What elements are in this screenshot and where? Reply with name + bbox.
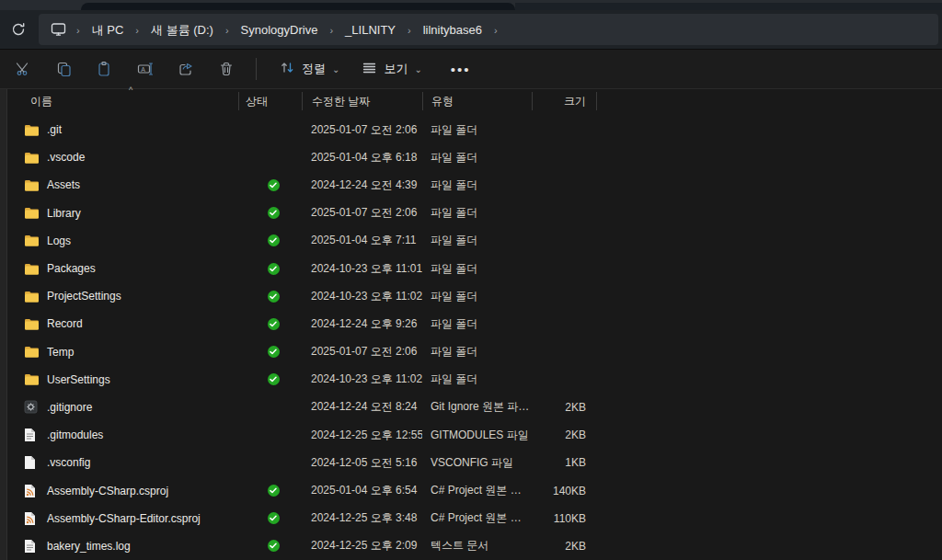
breadcrumb-item[interactable]: _LILNITY [339, 19, 401, 40]
type-cell: C# Project 원본 … [422, 483, 532, 498]
file-row[interactable]: Assembly-CSharp-Editor.csproj2024-12-25 … [8, 505, 942, 532]
file-name: Assets [47, 178, 80, 191]
date-modified-cell: 2024-12-25 오후 12:55 [302, 428, 422, 443]
refresh-icon[interactable] [5, 16, 32, 43]
breadcrumb-item[interactable]: lilnitybase6 [418, 19, 488, 40]
file-row[interactable]: .vsconfig2024-12-05 오전 5:16VSCONFIG 파일1K… [8, 449, 942, 476]
delete-icon[interactable] [210, 54, 243, 84]
file-name: Packages [47, 262, 96, 275]
file-name-cell: Packages [8, 261, 238, 276]
size-cell: 1KB [532, 456, 596, 469]
file-name-cell: Library [8, 206, 238, 221]
file-name: Temp [47, 346, 74, 359]
file-name: .gitmodules [47, 429, 103, 441]
file-row[interactable]: ProjectSettings2024-10-23 오후 11:02파일 폴더 [8, 282, 942, 310]
file-row[interactable]: Assets2024-12-24 오전 4:39파일 폴더 [8, 171, 942, 199]
chevron-right-icon[interactable]: › [488, 25, 504, 36]
column-header-type[interactable]: 유형 [422, 92, 532, 110]
sort-label: 정렬 [302, 61, 326, 77]
status-cell [245, 207, 302, 219]
folder-icon [24, 345, 40, 359]
type-cell: 파일 폴더 [422, 150, 532, 166]
folder-icon [24, 290, 40, 303]
column-header-name[interactable]: 이름 [8, 92, 238, 110]
date-modified-cell: 2024-12-24 오전 4:39 [302, 177, 422, 193]
status-cell [245, 179, 302, 191]
status-cell [245, 263, 302, 275]
folder-icon [24, 234, 40, 247]
file-name-cell: .gitignore [8, 400, 238, 415]
file-name: ProjectSettings [47, 290, 121, 303]
folder-icon [24, 372, 40, 386]
file-row[interactable]: Library2025-01-07 오전 2:06파일 폴더 [8, 200, 942, 227]
breadcrumb-item[interactable]: 내 PC [86, 19, 130, 40]
status-cell [245, 512, 302, 524]
chevron-right-icon: › [70, 25, 86, 36]
tab-strip-filler [515, 3, 942, 10]
file-name: .git [47, 123, 62, 136]
column-divider [596, 92, 597, 110]
date-modified-cell: 2025-01-04 오후 7:11 [302, 233, 422, 248]
date-modified-cell: 2025-01-07 오전 2:06 [302, 344, 422, 360]
file-row[interactable]: .gitignore2024-12-24 오전 8:24Git Ignore 원… [8, 394, 942, 421]
size-cell: 2KB [532, 540, 596, 553]
file-row[interactable]: .git2025-01-07 오전 2:06파일 폴더 [8, 116, 942, 143]
type-cell: C# Project 원본 … [422, 510, 532, 526]
type-cell: 파일 폴더 [422, 261, 532, 277]
size-cell: 2KB [532, 401, 596, 414]
copy-icon[interactable] [48, 54, 81, 84]
file-name-cell: .vscode [8, 150, 238, 165]
share-icon[interactable] [169, 54, 202, 84]
status-cell [245, 234, 302, 246]
type-cell: 파일 폴더 [422, 233, 532, 248]
view-button[interactable]: 보기 ⌄ [353, 54, 430, 84]
csproj-file-icon [24, 484, 36, 498]
file-row[interactable]: Assembly-CSharp.csproj2025-01-04 오후 6:54… [8, 476, 942, 504]
synced-status-icon [268, 485, 280, 497]
column-header-date[interactable]: 수정한 날짜 [302, 92, 422, 110]
type-cell: 텍스트 문서 [422, 538, 532, 554]
file-row[interactable]: .vscode2025-01-04 오후 6:18파일 폴더 [8, 143, 942, 171]
command-toolbar: A 정렬 ⌄ 보기 ⌄ ••• [0, 50, 942, 89]
paste-icon[interactable] [88, 54, 121, 84]
view-icon [362, 60, 377, 78]
cut-icon[interactable] [7, 54, 40, 84]
size-cell: 140KB [532, 485, 596, 497]
rename-icon[interactable]: A [129, 54, 162, 84]
date-modified-cell: 2025-01-04 오후 6:54 [302, 483, 422, 498]
status-cell [245, 346, 302, 358]
file-name-cell: ProjectSettings [8, 289, 238, 303]
sort-button[interactable]: 정렬 ⌄ [271, 54, 348, 84]
file-name: Assembly-CSharp.csproj [47, 485, 168, 497]
explorer-tab[interactable] [81, 3, 515, 10]
breadcrumb-item[interactable]: 새 볼륨 (D:) [145, 19, 219, 40]
file-name-cell: Assembly-CSharp.csproj [8, 484, 238, 498]
breadcrumb-items: ›내 PC›새 볼륨 (D:)›SynologyDrive›_LILNITY›l… [70, 21, 504, 39]
date-modified-cell: 2025-01-04 오후 6:18 [302, 150, 422, 166]
more-options-button[interactable]: ••• [440, 54, 482, 84]
column-header-size[interactable]: 크기 [532, 92, 596, 110]
folder-icon [24, 206, 40, 220]
file-row[interactable]: Logs2025-01-04 오후 7:11파일 폴더 [8, 227, 942, 255]
type-cell: GITMODULES 파일 [422, 428, 532, 443]
file-row[interactable]: UserSettings2024-10-23 오후 11:02파일 폴더 [8, 366, 942, 394]
synced-status-icon [268, 540, 280, 552]
column-header-status[interactable]: 상태 [238, 92, 302, 110]
type-cell: 파일 폴더 [422, 289, 532, 304]
file-name: Logs [47, 234, 71, 247]
this-pc-monitor-icon[interactable] [46, 17, 70, 41]
type-cell: 파일 폴더 [422, 177, 532, 193]
file-row[interactable]: Temp2025-01-07 오전 2:06파일 폴더 [8, 338, 942, 366]
file-row[interactable]: Record2024-12-24 오후 9:26파일 폴더 [8, 310, 942, 337]
file-name-cell: Assets [8, 177, 238, 192]
file-name-cell: .gitmodules [8, 428, 238, 442]
breadcrumb[interactable]: ›내 PC›새 볼륨 (D:)›SynologyDrive›_LILNITY›l… [39, 14, 938, 45]
date-modified-cell: 2024-10-23 오후 11:01 [302, 261, 422, 277]
file-row[interactable]: Packages2024-10-23 오후 11:01파일 폴더 [8, 255, 942, 282]
file-row[interactable]: bakery_times.log2024-12-25 오후 2:09텍스트 문서… [8, 532, 942, 560]
type-cell: Git Ignore 원본 파… [422, 399, 532, 415]
folder-icon [24, 317, 40, 331]
file-name-cell: Temp [8, 345, 238, 360]
file-row[interactable]: .gitmodules2024-12-25 오후 12:55GITMODULES… [8, 421, 942, 449]
breadcrumb-item[interactable]: SynologyDrive [236, 19, 324, 40]
